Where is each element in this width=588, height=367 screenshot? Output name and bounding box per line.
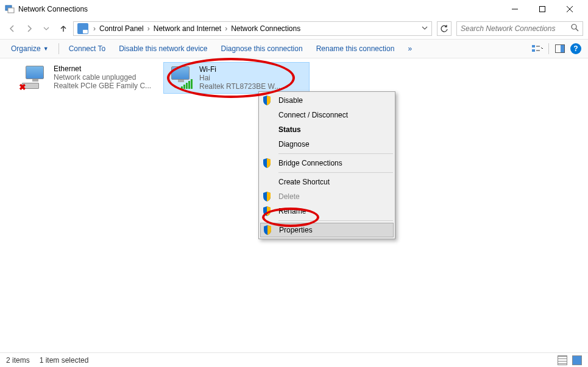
ctx-status[interactable]: Status xyxy=(260,122,394,137)
breadcrumb-control-panel[interactable]: Control Panel xyxy=(98,24,145,33)
window-title: Network Connections xyxy=(18,5,501,13)
adapter-name: Ethernet xyxy=(54,65,151,73)
svg-rect-9 xyxy=(532,49,535,52)
adapter-status: Hai xyxy=(199,74,280,82)
preview-pane-button[interactable] xyxy=(553,41,567,56)
shield-icon xyxy=(263,158,272,168)
address-dropdown[interactable] xyxy=(419,24,430,33)
details-view-icon[interactable] xyxy=(558,355,567,365)
recent-dropdown[interactable] xyxy=(39,21,54,36)
maximize-button[interactable] xyxy=(528,0,556,18)
location-icon xyxy=(77,23,88,34)
titlebar: Network Connections xyxy=(0,0,588,18)
app-icon xyxy=(5,4,15,14)
ctx-rename[interactable]: Rename xyxy=(260,204,394,218)
shield-icon xyxy=(263,206,272,216)
rename-button[interactable]: Rename this connection xyxy=(310,42,401,55)
view-mode-icons xyxy=(558,355,582,365)
close-button[interactable] xyxy=(556,0,583,18)
breadcrumb-network-internet[interactable]: Network and Internet xyxy=(152,24,222,33)
menu-separator xyxy=(278,172,393,173)
search-input[interactable] xyxy=(461,24,571,33)
refresh-button[interactable] xyxy=(437,21,452,36)
ctx-disable[interactable]: Disable xyxy=(260,93,394,108)
toolbar: Organize▼ Connect To Disable this networ… xyxy=(0,39,588,58)
chevron-right-icon[interactable]: › xyxy=(91,24,98,33)
help-button[interactable]: ? xyxy=(569,41,583,56)
status-bar: 2 items 1 item selected xyxy=(0,352,588,367)
ethernet-icon: ✖ xyxy=(21,65,50,90)
context-menu: Disable Connect / Disconnect Status Diag… xyxy=(258,91,395,239)
help-icon: ? xyxy=(570,43,581,54)
adapter-name: Wi-Fi xyxy=(199,65,280,74)
ctx-create-shortcut[interactable]: Create Shortcut xyxy=(260,175,394,189)
chevron-right-icon[interactable]: › xyxy=(145,24,152,33)
svg-rect-8 xyxy=(532,45,535,47)
svg-point-6 xyxy=(572,24,576,29)
address-bar-row: › Control Panel › Network and Internet ›… xyxy=(0,18,588,39)
adapter-device: Realtek RTL8723BE W... xyxy=(199,82,280,91)
chevron-right-icon[interactable]: › xyxy=(222,24,230,33)
svg-rect-3 xyxy=(539,7,545,12)
diagnose-button[interactable]: Diagnose this connection xyxy=(215,42,309,55)
breadcrumb-network-connections[interactable]: Network Connections xyxy=(230,24,302,33)
ctx-diagnose[interactable]: Diagnose xyxy=(260,137,394,152)
adapter-info: Wi-Fi Hai Realtek RTL8723BE W... xyxy=(196,65,280,91)
adapter-device: Realtek PCIe GBE Family C... xyxy=(54,82,151,90)
menu-separator xyxy=(278,153,393,154)
large-icons-view-icon[interactable] xyxy=(572,355,582,365)
menu-separator xyxy=(278,220,393,221)
svg-rect-13 xyxy=(561,45,564,52)
ctx-properties[interactable]: Properties xyxy=(260,223,394,237)
svg-rect-1 xyxy=(8,8,14,13)
search-box[interactable] xyxy=(456,21,583,36)
adapter-status: Network cable unplugged xyxy=(54,73,151,82)
adapter-ethernet[interactable]: ✖ Ethernet Network cable unplugged Realt… xyxy=(18,62,165,93)
separator xyxy=(548,43,549,54)
ctx-delete: Delete xyxy=(260,189,394,204)
disable-device-button[interactable]: Disable this network device xyxy=(113,42,213,55)
shield-icon xyxy=(263,192,272,201)
shield-icon xyxy=(263,96,272,105)
adapter-info: Ethernet Network cable unplugged Realtek… xyxy=(50,65,151,90)
up-button[interactable] xyxy=(56,21,71,36)
wifi-icon xyxy=(166,65,196,91)
address-bar[interactable]: › Control Panel › Network and Internet ›… xyxy=(73,21,432,36)
search-icon xyxy=(571,24,579,33)
error-x-icon: ✖ xyxy=(19,82,26,92)
separator xyxy=(58,43,59,54)
connect-to-button[interactable]: Connect To xyxy=(63,42,112,55)
signal-bars-icon xyxy=(181,79,193,89)
back-button[interactable] xyxy=(5,21,19,36)
shield-icon xyxy=(263,225,273,235)
window-controls xyxy=(501,0,583,18)
svg-line-7 xyxy=(576,29,578,31)
ctx-bridge[interactable]: Bridge Connections xyxy=(260,156,394,170)
ctx-connect-disconnect[interactable]: Connect / Disconnect xyxy=(260,108,394,122)
view-options-button[interactable] xyxy=(530,41,545,56)
status-item-count: 2 items xyxy=(6,356,30,365)
overflow-button[interactable]: » xyxy=(402,42,418,55)
status-selected-count: 1 item selected xyxy=(40,356,89,365)
organize-button[interactable]: Organize▼ xyxy=(5,42,55,55)
forward-button[interactable] xyxy=(22,21,37,36)
minimize-button[interactable] xyxy=(501,0,528,18)
adapter-wifi[interactable]: Wi-Fi Hai Realtek RTL8723BE W... xyxy=(163,62,310,94)
